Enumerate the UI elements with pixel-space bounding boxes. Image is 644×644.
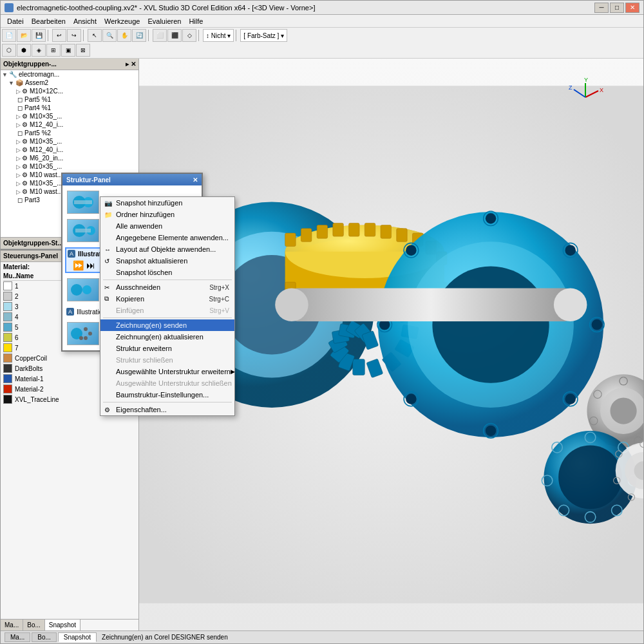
ctx-prop-label: Eigenschaften...: [116, 406, 167, 413]
ctx-zeichnung-akt[interactable]: Zeichnung(en) aktualisieren: [100, 331, 234, 343]
ctx-layout[interactable]: ↔ Layout auf Objekte anwenden...: [100, 243, 234, 255]
ctx-del-label: Snapshot löschen: [116, 269, 172, 276]
toolbar-farb-dropdown[interactable]: [ Farb-Satz ] ▾: [240, 29, 287, 42]
tree-icon: ⚙: [22, 88, 28, 95]
svg-rect-37: [349, 223, 359, 236]
tree-item-m10-35a[interactable]: ▷ ⚙ M10×35_...: [1, 112, 138, 120]
tree-item-m6[interactable]: ▷ ⚙ M6_20_in...: [1, 154, 138, 162]
ctx-eigenschaften[interactable]: ⚙ Eigenschaften...: [100, 404, 234, 415]
ctx-baumstruktur[interactable]: Baumstruktur-Einstellungen...: [100, 389, 234, 401]
tree-item-m12-40b[interactable]: ▷ ⚙ M12_40_i...: [1, 146, 138, 154]
menu-werkzeuge[interactable]: Werkzeuge: [100, 16, 144, 26]
snapshot-thumb-nobolt: [67, 278, 99, 301]
ctx-snapshot-akt[interactable]: ↺ Snapshot aktualisieren: [100, 255, 234, 267]
maximize-button[interactable]: □: [610, 3, 624, 13]
tb-extra6[interactable]: ⊠: [76, 44, 90, 57]
status-tab-bo[interactable]: Bo...: [32, 632, 57, 642]
tree-item-part4[interactable]: ◻ Part4 %1: [1, 104, 138, 112]
svg-point-80: [558, 446, 622, 509]
ctx-kopieren[interactable]: ⧉ Kopieren Strg+C: [100, 293, 234, 305]
tree-icon: ⚙: [22, 113, 28, 120]
tb-zoom[interactable]: 🔍: [102, 29, 117, 42]
axis-svg: X Y Z: [566, 78, 605, 117]
status-tab-ma[interactable]: Ma...: [5, 632, 30, 642]
menu-hilfe[interactable]: Hilfe: [185, 16, 207, 26]
tb-redo[interactable]: ↪: [67, 29, 81, 42]
tb-view-top[interactable]: ⬛: [167, 29, 182, 42]
ctx-snapshot-del[interactable]: Snapshot löschen: [100, 267, 234, 278]
mat-name-xvl: XVL_TraceLine: [15, 396, 59, 403]
ctx-prop-icon: ⚙: [104, 406, 110, 413]
ctx-ordner-hinzufuegen[interactable]: 📁 Ordner hinzufügen: [100, 209, 234, 220]
tb-extra2[interactable]: ⬢: [17, 44, 31, 57]
tb-view-iso[interactable]: ◇: [182, 29, 196, 42]
tree-item-root[interactable]: ▼ 🔧 electromagn...: [1, 70, 138, 79]
menu-evaluieren[interactable]: Evaluieren: [144, 16, 185, 26]
tb-extra1[interactable]: ⬡: [2, 44, 16, 57]
play-icon[interactable]: ⏩: [73, 260, 84, 270]
tb-extra5[interactable]: ▣: [61, 44, 75, 57]
ctx-struktur-schliessen: Struktur schließen: [100, 354, 234, 366]
tb-rotate[interactable]: 🔄: [132, 29, 146, 42]
tab-ma[interactable]: Ma...: [1, 620, 23, 630]
ctx-angegebene[interactable]: Angegebene Elemente anwenden...: [100, 232, 234, 243]
tree-item-m10[interactable]: ▷ ⚙ M10×12C...: [1, 87, 138, 95]
tab-snapshot[interactable]: Snapshot: [45, 620, 80, 630]
tb-sep-4: [198, 30, 201, 41]
tb-select[interactable]: ↖: [88, 29, 102, 42]
menu-datei[interactable]: Datei: [3, 16, 28, 26]
tree-item-assem2[interactable]: ▼ 📦 Assem2: [1, 79, 138, 87]
ctx-ausschneiden[interactable]: ✂ Ausschneiden Strg+X: [100, 281, 234, 293]
tb-save[interactable]: 💾: [32, 29, 46, 42]
toolbar-nicht-dropdown[interactable]: ↕ Nicht ▾: [203, 29, 234, 42]
tree-item-part5-1[interactable]: ◻ Part5 %1: [1, 95, 138, 104]
ctx-snapshot-hinzufuegen[interactable]: 📷 Snapshot hinzufügen: [100, 197, 234, 209]
mat-name-3: 3: [15, 303, 19, 310]
step-icon[interactable]: ⏭: [86, 260, 95, 270]
ctx-unterstruktur-erweitern[interactable]: Ausgewählte Unterstruktur erweitern ▶: [100, 366, 234, 377]
tb-extra3[interactable]: ◈: [32, 44, 46, 57]
menu-ansicht[interactable]: Ansicht: [70, 16, 100, 26]
mat-color-1: [3, 281, 12, 290]
tree-icon: ◻: [17, 129, 23, 137]
svg-point-53: [486, 426, 496, 436]
tb-extra4[interactable]: ⊞: [46, 44, 61, 57]
app-icon: [5, 3, 14, 12]
status-text: Zeichnung(en) an Corel DESIGNER senden: [102, 634, 228, 641]
tb-view-front[interactable]: ⬜: [153, 29, 167, 42]
svg-point-66: [554, 288, 587, 321]
snapshot-thumb-ill3: [67, 322, 99, 345]
tree-item-m10-35b[interactable]: ▷ ⚙ M10×35_...: [1, 137, 138, 146]
steuerungs-label: Steuerungs-Panel: [3, 252, 58, 260]
status-tab-snapshot[interactable]: Snapshot: [58, 632, 97, 642]
svg-rect-34: [301, 229, 311, 242]
tb-pan[interactable]: ✋: [117, 29, 131, 42]
status-tabs: Ma... Bo... Snapshot: [5, 632, 97, 642]
illustration-badge: A: [68, 250, 75, 258]
expand-icon: ▷: [16, 180, 21, 187]
menu-bearbeiten[interactable]: Bearbeiten: [28, 16, 70, 26]
struktur-close-btn[interactable]: ✕: [193, 176, 198, 184]
tab-bo[interactable]: Bo...: [23, 620, 45, 630]
tree-icon: ◻: [17, 196, 23, 204]
ctx-struktur-erweitern[interactable]: Struktur erweitern: [100, 343, 234, 354]
tb-undo[interactable]: ↩: [52, 29, 66, 42]
tree-item-m10-35c[interactable]: ▷ ⚙ M10×35_...: [1, 162, 138, 171]
tb-new[interactable]: 📄: [2, 29, 16, 42]
tb-open[interactable]: 📂: [17, 29, 31, 42]
tree-item-m12-40[interactable]: ▷ ⚙ M12_40_i...: [1, 120, 138, 129]
ctx-paste-label: Einfügen: [116, 307, 144, 314]
objektgruppen-close[interactable]: ▸ ✕: [126, 61, 136, 68]
ctx-angegebene-label: Angegebene Elemente anwenden...: [116, 234, 229, 242]
minimize-button[interactable]: ─: [594, 3, 609, 13]
svg-point-48: [432, 266, 549, 383]
ctx-alle-anwenden[interactable]: Alle anwenden: [100, 220, 234, 232]
ctx-zeichnung-senden[interactable]: Zeichnung(en) senden: [100, 319, 234, 331]
tree-item-part5-2[interactable]: ◻ Part5 %2: [1, 129, 138, 137]
objektgruppen-label: Objektgruppen-...: [3, 61, 57, 68]
mat-color-7: [3, 343, 12, 352]
tree-label: Part4 %1: [24, 104, 51, 111]
close-button[interactable]: ✕: [625, 3, 639, 13]
svg-rect-19: [353, 359, 365, 375]
expand-icon: ▷: [16, 88, 21, 95]
